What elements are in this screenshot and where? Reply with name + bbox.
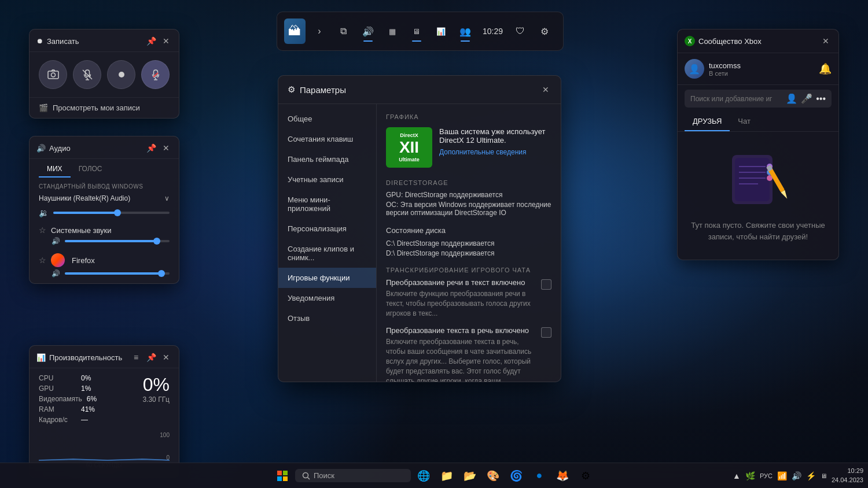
video-memory-row: Видеопамять 6% (39, 395, 117, 403)
tray-leaf-icon[interactable]: 🌿 (744, 470, 756, 482)
system-sounds-slider[interactable] (65, 240, 170, 242)
nav-feedback[interactable]: Отзыв (278, 308, 376, 328)
chart-icon[interactable]: 📊 (429, 20, 453, 43)
perf-close-button[interactable]: ✕ (160, 352, 172, 363)
tray-lang-icon[interactable]: РУС (759, 471, 774, 480)
gpu-value: 1% (81, 385, 91, 393)
directx-logo-top: DirectX (400, 132, 418, 138)
expand-icon[interactable]: › (308, 20, 331, 43)
mic-mute-button[interactable] (141, 60, 170, 89)
disk-c-item: C:\ DirectStorage поддерживается (386, 239, 551, 247)
people-icon[interactable]: 👥 (454, 20, 477, 43)
svg-rect-22 (283, 471, 288, 475)
screenshot-button[interactable] (39, 60, 67, 89)
svg-rect-0 (48, 71, 58, 79)
clock-time: 10:29 (832, 467, 863, 475)
tray-battery-icon[interactable]: ⚡ (805, 470, 817, 482)
tray-network-icon[interactable]: 📶 (776, 470, 788, 482)
nav-hotkeys[interactable]: Сочетания клавиш (278, 129, 376, 149)
cpu-label: CPU (39, 374, 76, 382)
tab-friends[interactable]: ДРУЗЬЯ (685, 112, 730, 131)
settings-gear-icon: ⚙ (288, 84, 295, 95)
xc-search-input[interactable] (690, 95, 782, 103)
nav-game-features[interactable]: Игровые функции (278, 268, 376, 288)
screen-icon[interactable]: ▦ (381, 20, 404, 43)
svg-rect-21 (277, 471, 282, 475)
nav-notifications[interactable]: Уведомления (278, 288, 376, 308)
nav-mini-menu[interactable]: Меню мини-приложений (278, 190, 376, 219)
record-panel-header: ⏺ Записать 📌 ✕ (30, 29, 179, 52)
directx-info: Ваша система уже использует DirectX 12 U… (439, 127, 551, 168)
perf-pin-button[interactable]: 📌 (145, 352, 157, 363)
nav-personalize[interactable]: Персонализация (278, 219, 376, 239)
chart-svg (39, 432, 170, 461)
perf-chart: 100 0 (39, 432, 170, 461)
audio-tabs: МИХ ГОЛОС (30, 161, 179, 178)
system-sounds-fav-icon[interactable]: ☆ (39, 225, 46, 235)
taskbar-search[interactable]: Поиск (295, 469, 411, 482)
record-pin-button[interactable]: 📌 (145, 35, 157, 47)
chart-zero-label: 0 (166, 454, 170, 461)
display-icon[interactable]: 🖥 (405, 20, 428, 43)
tray-expand-icon[interactable]: ▲ (731, 470, 742, 482)
tab-mix[interactable]: МИХ (39, 161, 71, 178)
tray-keyboard-icon[interactable]: 🖥 (819, 471, 828, 480)
tab-voice[interactable]: ГОЛОС (71, 161, 111, 178)
taskbar-browser-icon[interactable]: 🌐 (413, 465, 434, 486)
speech-to-text-checkbox[interactable] (541, 279, 551, 290)
text-to-speech-checkbox[interactable] (541, 327, 551, 338)
gpu-label: GPU (39, 385, 76, 393)
xc-add-person-icon[interactable]: 👤 (786, 93, 797, 104)
perf-filter-icon[interactable]: ≡ (130, 352, 142, 363)
nav-accounts[interactable]: Учетные записи (278, 169, 376, 190)
volume-icon[interactable]: 🔊 (356, 20, 380, 43)
fps-label: Кадров/с (39, 416, 76, 424)
mic-off-button[interactable] (73, 60, 101, 89)
video-value: 6% (87, 395, 97, 403)
xbox-logo-icon: X (685, 36, 695, 46)
disk-d-item: D:\ DirectStorage поддерживается (386, 249, 551, 257)
taskbar-edge-icon[interactable]: 🌀 (506, 465, 527, 486)
xc-more-icon[interactable]: ••• (816, 94, 826, 104)
taskbar-paint-icon[interactable]: 🎨 (483, 465, 503, 486)
firefox-fav-icon[interactable]: ☆ (39, 256, 46, 265)
audio-pin-button[interactable]: 📌 (145, 142, 157, 154)
firefox-volume-icon: 🔊 (52, 269, 60, 278)
xc-search-bar[interactable]: 👤 🎤 ••• (685, 90, 832, 108)
record-icon: ⏺ (36, 37, 43, 45)
directstorage-title: DIRECTSTORAGE (386, 179, 551, 186)
start-button[interactable] (272, 465, 293, 486)
shield-icon[interactable]: 🛡 (509, 20, 532, 43)
main-volume-slider[interactable] (53, 212, 170, 214)
taskbar-files-icon[interactable]: 📂 (459, 465, 480, 486)
capture-icon[interactable]: ⧉ (332, 20, 355, 43)
settings-close-button[interactable]: ✕ (540, 84, 551, 95)
taskbar-app1-icon[interactable]: ● (529, 465, 550, 486)
game-thumbnail[interactable]: 🏔 (284, 19, 306, 44)
record-close-button[interactable]: ✕ (160, 35, 172, 47)
record-dot-button[interactable] (107, 60, 135, 89)
system-clock[interactable]: 10:29 24.04.2023 (832, 467, 863, 485)
gpu-row: GPU 1% (39, 385, 117, 393)
xc-notification-icon[interactable]: 🔔 (819, 62, 832, 75)
taskbar-settings-taskbar-icon[interactable]: ⚙ (575, 465, 596, 486)
xc-close-button[interactable]: ✕ (820, 35, 832, 47)
taskbar-explorer-icon[interactable]: 📁 (436, 465, 457, 486)
directx-more-link[interactable]: Дополнительные сведения (439, 148, 551, 156)
system-sounds-row: ☆ Системные звуки (30, 223, 179, 236)
settings-icon[interactable]: ⚙ (533, 20, 556, 43)
perf-content: CPU 0% GPU 1% Видеопамять 6% RAM 41% Кад… (30, 368, 179, 432)
taskbar-firefox-icon[interactable]: 🦊 (552, 465, 573, 486)
tray-volume-icon[interactable]: 🔊 (790, 470, 803, 482)
taskbar-right: ▲ 🌿 РУС 📶 🔊 ⚡ 🖥 10:29 24.04.2023 (731, 467, 863, 485)
nav-gamepad[interactable]: Панель геймпада (278, 149, 376, 169)
nav-capture[interactable]: Создание клипов и снимк... (278, 239, 376, 268)
tab-chat[interactable]: Чат (730, 112, 759, 131)
xc-mic-search-icon[interactable]: 🎤 (801, 93, 812, 104)
chevron-down-icon[interactable]: ∨ (164, 194, 170, 202)
audio-close-button[interactable]: ✕ (160, 142, 172, 154)
settings-header: ⚙ Параметры ✕ (278, 76, 561, 104)
view-recordings-link[interactable]: 🎬 Просмотреть мои записи (30, 97, 179, 118)
firefox-slider[interactable] (65, 272, 170, 275)
nav-general[interactable]: Общее (278, 109, 376, 129)
